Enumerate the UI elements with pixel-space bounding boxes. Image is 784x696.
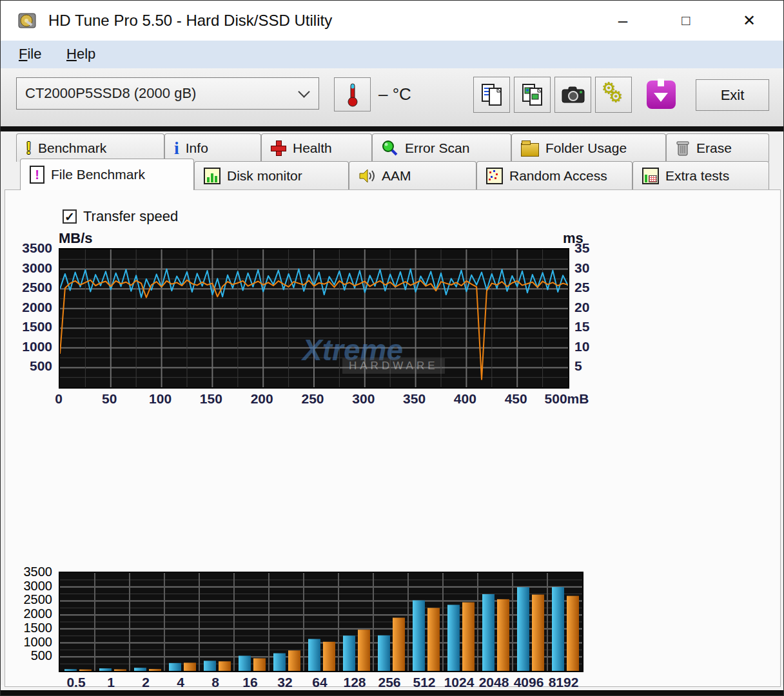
temperature-readout: – °C xyxy=(378,84,411,104)
file-benchmark-icon: ! xyxy=(30,166,44,184)
device-selector[interactable]: CT2000P5SSD8 (2000 gB) xyxy=(16,77,319,110)
tab-error-scan[interactable]: Error Scan xyxy=(372,133,511,162)
tab-disk-monitor[interactable]: Disk monitor xyxy=(194,161,349,189)
tab-health-label: Health xyxy=(293,140,332,156)
info-icon: i xyxy=(174,140,179,156)
tab-file-benchmark[interactable]: ! File Benchmark xyxy=(20,159,194,190)
disk-monitor-icon xyxy=(204,168,220,184)
save-results-button[interactable] xyxy=(641,77,681,113)
device-selector-value: CT2000P5SSD8 (2000 gB) xyxy=(17,85,300,102)
window-title: HD Tune Pro 5.50 - Hard Disk/SSD Utility xyxy=(48,12,332,30)
transfer-speed-label: Transfer speed xyxy=(83,208,178,225)
tab-benchmark[interactable]: ! Benchmark xyxy=(16,133,164,162)
tab-aam[interactable]: AAM xyxy=(349,161,476,189)
tab-erase[interactable]: Erase xyxy=(666,133,769,162)
minimize-button[interactable]: – xyxy=(609,10,637,33)
exit-button[interactable]: Exit xyxy=(696,79,769,111)
menu-file[interactable]: File xyxy=(19,46,41,63)
transfer-y-axis-title: MB/s xyxy=(59,230,93,247)
tab-erase-label: Erase xyxy=(696,140,732,156)
copy-text-icon xyxy=(480,82,504,107)
camera-icon xyxy=(561,85,585,104)
copy-image-button[interactable] xyxy=(514,77,551,113)
transfer-speed-option: ✓ Transfer speed xyxy=(63,208,178,225)
menu-help[interactable]: Help xyxy=(66,46,95,63)
transfer-speed-chart: 3500300025002000150010005003530252015105… xyxy=(59,248,567,386)
tab-folder-usage[interactable]: Folder Usage xyxy=(511,133,666,162)
temperature-button[interactable] xyxy=(334,77,371,111)
block-size-chart: 3500300025002000150010005000.51248163264… xyxy=(59,572,581,670)
tab-random-access[interactable]: Random Access xyxy=(476,161,632,189)
benchmark-icon: ! xyxy=(26,140,32,156)
thermometer-icon xyxy=(346,82,359,107)
trash-icon xyxy=(676,140,690,157)
temperature-unit: °C xyxy=(393,84,411,104)
gears-icon: ⚙ ⚙ xyxy=(601,82,627,108)
tab-folder-usage-label: Folder Usage xyxy=(545,140,627,156)
tab-benchmark-label: Benchmark xyxy=(38,140,106,156)
speaker-icon xyxy=(358,168,375,184)
tab-extra-tests-label: Extra tests xyxy=(665,168,729,184)
tab-aam-label: AAM xyxy=(382,168,411,184)
menu-bar: File Help xyxy=(1,41,784,68)
tab-health[interactable]: Health xyxy=(261,133,372,162)
tab-disk-monitor-label: Disk monitor xyxy=(227,168,302,184)
tab-extra-tests[interactable]: Extra tests xyxy=(632,161,769,189)
random-access-icon xyxy=(486,168,503,184)
copy-text-button[interactable] xyxy=(473,77,510,113)
health-cross-icon xyxy=(271,140,286,156)
folder-icon xyxy=(521,143,539,157)
tab-error-scan-label: Error Scan xyxy=(405,140,469,156)
app-icon xyxy=(17,11,37,30)
tab-file-benchmark-label: File Benchmark xyxy=(51,167,145,182)
chevron-down-icon xyxy=(298,86,309,97)
tab-info-label: Info xyxy=(186,140,208,156)
copy-image-icon xyxy=(521,82,544,107)
download-icon xyxy=(647,81,676,109)
tab-random-access-label: Random Access xyxy=(509,168,607,184)
maximize-button[interactable]: □ xyxy=(672,10,700,33)
toolbar-separator xyxy=(1,126,784,131)
window-bottom-border xyxy=(1,690,784,696)
close-button[interactable]: ✕ xyxy=(735,10,763,33)
magnifier-icon xyxy=(382,140,398,157)
extra-tests-icon xyxy=(642,168,659,184)
title-bar: HD Tune Pro 5.50 - Hard Disk/SSD Utility… xyxy=(1,1,784,41)
options-button[interactable]: ⚙ ⚙ xyxy=(595,77,632,113)
tab-info[interactable]: i Info xyxy=(164,133,261,162)
temperature-value: – xyxy=(378,84,387,104)
transfer-speed-checkbox[interactable]: ✓ xyxy=(63,209,77,224)
screenshot-button[interactable] xyxy=(554,77,591,113)
